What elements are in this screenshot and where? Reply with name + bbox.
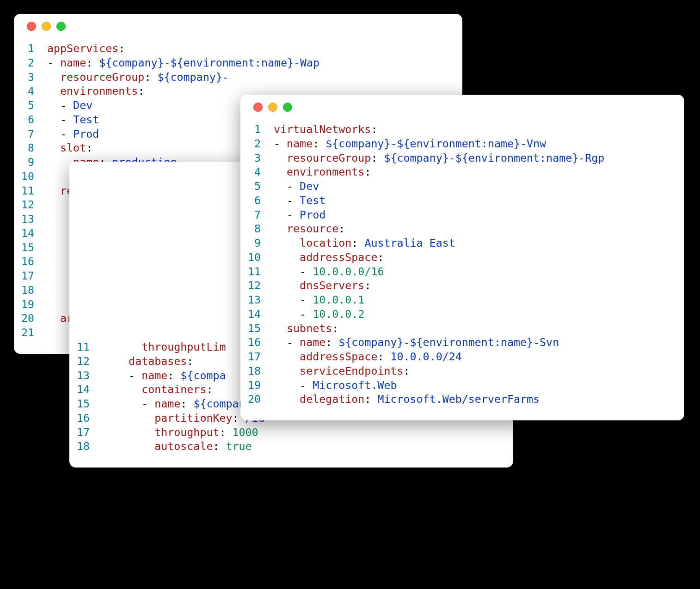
- yaml-punct: :: [371, 152, 384, 164]
- minimize-icon[interactable]: [42, 22, 51, 31]
- line-number: 6: [240, 194, 274, 208]
- yaml-punct: [47, 184, 60, 197]
- line-number: 11: [69, 340, 103, 354]
- yaml-key: containers: [141, 383, 206, 395]
- yaml-punct: [274, 364, 300, 377]
- line-content: resourceGroup: ${company}-${environment:…: [274, 151, 684, 165]
- yaml-punct: :: [118, 42, 125, 55]
- yaml-string: 10.0.0.0/24: [390, 350, 461, 363]
- yaml-punct: [47, 141, 60, 154]
- line-number: 10: [240, 250, 274, 265]
- yaml-string: Test: [73, 113, 99, 126]
- yaml-punct: :: [377, 350, 390, 363]
- line-number: 16: [14, 255, 47, 269]
- close-icon[interactable]: [253, 103, 263, 112]
- yaml-punct: -: [103, 397, 154, 410]
- line-number: 2: [240, 137, 274, 151]
- yaml-variable: ${company}-: [157, 71, 228, 83]
- yaml-punct: -: [274, 137, 287, 150]
- yaml-punct: [274, 222, 287, 235]
- yaml-punct: [103, 355, 129, 367]
- line-number: 14: [14, 226, 47, 241]
- line-number: 13: [240, 293, 274, 307]
- yaml-punct: [103, 340, 141, 353]
- yaml-punct: :: [364, 165, 371, 178]
- yaml-number: 1000: [233, 426, 258, 438]
- yaml-punct: [274, 350, 300, 363]
- yaml-punct: :: [332, 322, 338, 334]
- line-number: 10: [14, 170, 47, 184]
- line-number: 17: [69, 425, 103, 440]
- yaml-key: resource: [287, 222, 338, 235]
- line-number: 16: [69, 411, 103, 425]
- yaml-punct: :: [86, 141, 92, 154]
- yaml-key: slot: [60, 141, 86, 154]
- line-number: 7: [240, 208, 274, 222]
- yaml-punct: :: [377, 251, 384, 263]
- yaml-key: name: [60, 56, 86, 69]
- yaml-punct: [103, 426, 154, 438]
- code-area[interactable]: 1virtualNetworks:2- name: ${company}-${e…: [240, 120, 684, 420]
- line-number: 1: [240, 122, 274, 137]
- line-number: 3: [14, 70, 47, 85]
- line-number: 18: [14, 283, 47, 298]
- yaml-punct: :: [364, 393, 377, 405]
- line-number: 11: [240, 265, 274, 279]
- line-content: addressSpace:: [274, 250, 684, 265]
- line-number: 14: [69, 383, 103, 397]
- line-number: 5: [14, 98, 47, 113]
- yaml-string: Test: [300, 194, 325, 206]
- line-content: autoscale: true: [103, 439, 513, 454]
- maximize-icon[interactable]: [283, 103, 292, 112]
- yaml-punct: [274, 279, 300, 291]
- code-line: 17 addressSpace: 10.0.0.0/24: [240, 350, 684, 364]
- yaml-punct: :: [371, 123, 377, 135]
- yaml-punct: :: [167, 369, 180, 382]
- yaml-punct: -: [274, 293, 313, 306]
- yaml-punct: [274, 393, 300, 405]
- yaml-punct: :: [138, 85, 144, 97]
- yaml-key: name: [154, 397, 180, 410]
- line-number: 15: [14, 241, 47, 255]
- line-content: - name: ${company}-${environment:name}-S…: [274, 335, 684, 350]
- yaml-punct: :: [180, 397, 193, 410]
- yaml-punct: -: [103, 369, 141, 382]
- maximize-icon[interactable]: [56, 22, 66, 31]
- yaml-number: true: [226, 440, 252, 452]
- line-number: 12: [240, 279, 274, 293]
- yaml-punct: [47, 71, 60, 83]
- line-number: 8: [14, 141, 47, 155]
- yaml-string: Dev: [73, 99, 92, 111]
- yaml-punct: -: [274, 336, 300, 348]
- yaml-key: subnets: [287, 322, 332, 334]
- code-line: 11 - 10.0.0.0/16: [240, 265, 684, 279]
- close-icon[interactable]: [27, 22, 36, 31]
- yaml-key: location: [300, 237, 351, 249]
- yaml-number: 10.0.0.1: [313, 293, 364, 306]
- line-number: 2: [14, 56, 47, 70]
- line-number: 18: [69, 439, 103, 454]
- minimize-icon[interactable]: [268, 103, 277, 112]
- line-content: - Dev: [274, 179, 684, 194]
- line-content: - name: ${company}-${environment:name}-W…: [47, 56, 462, 70]
- yaml-key: addressSpace: [300, 251, 377, 263]
- code-window-virtualnetworks: 1virtualNetworks:2- name: ${company}-${e…: [240, 95, 684, 420]
- line-number: 19: [14, 298, 47, 312]
- code-line: 2- name: ${company}-${environment:name}-…: [240, 137, 684, 151]
- line-content: - 10.0.0.2: [274, 307, 684, 322]
- code-line: 19 - Microsoft.Web: [240, 378, 684, 393]
- code-line: 7 - Prod: [240, 208, 684, 222]
- yaml-punct: [103, 383, 141, 395]
- line-number: 21: [14, 326, 47, 340]
- yaml-punct: :: [338, 222, 345, 235]
- yaml-string: Microsoft.Web/serverFarms: [377, 393, 540, 405]
- line-content: - Microsoft.Web: [274, 378, 684, 393]
- code-line: 10 addressSpace:: [240, 250, 684, 265]
- code-line: 15 subnets:: [240, 322, 684, 336]
- code-line: 16 - name: ${company}-${environment:name…: [240, 335, 684, 350]
- yaml-key: environments: [60, 85, 138, 97]
- yaml-punct: -: [47, 56, 60, 69]
- yaml-key: serviceEndpoints: [300, 364, 403, 377]
- line-content: resource:: [274, 222, 684, 236]
- code-line: 18 serviceEndpoints:: [240, 364, 684, 378]
